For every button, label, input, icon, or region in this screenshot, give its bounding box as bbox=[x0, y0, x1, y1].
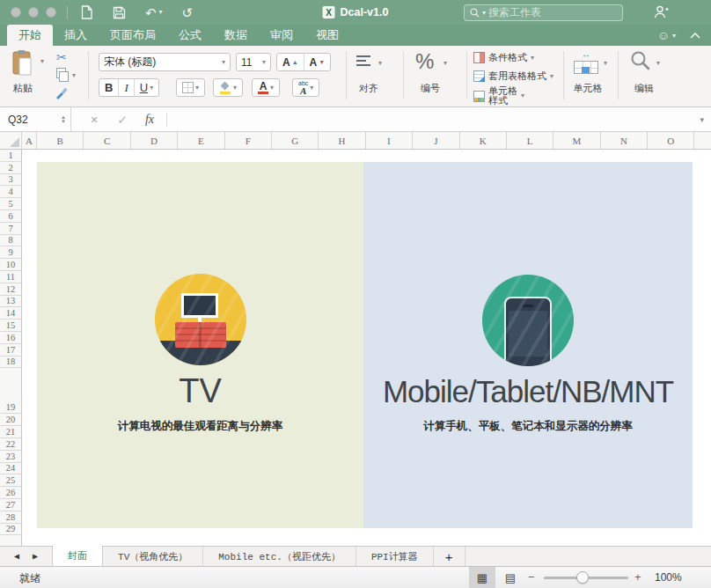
row-header[interactable]: 12 bbox=[0, 283, 21, 296]
align-caret-icon[interactable]: ▾ bbox=[378, 60, 382, 67]
row-header[interactable]: 28 bbox=[0, 511, 21, 524]
next-sheet-button[interactable]: ▶ bbox=[33, 551, 38, 562]
column-header[interactable]: G bbox=[272, 132, 319, 149]
copy-button[interactable] bbox=[56, 68, 68, 80]
font-color-button[interactable]: A▾ bbox=[252, 78, 280, 97]
cells-caret-icon[interactable]: ▾ bbox=[604, 60, 607, 67]
column-header[interactable]: N bbox=[601, 132, 648, 149]
font-name-select[interactable]: 宋体 (标题) ▾ bbox=[99, 53, 231, 71]
save-button[interactable] bbox=[113, 6, 126, 19]
column-header[interactable]: H bbox=[319, 132, 365, 149]
align-button[interactable] bbox=[356, 55, 370, 66]
row-header[interactable]: 4 bbox=[0, 186, 21, 198]
column-header[interactable]: A bbox=[22, 132, 37, 149]
column-header[interactable]: K bbox=[460, 132, 507, 149]
row-header[interactable]: 27 bbox=[0, 499, 21, 511]
paste-caret-icon[interactable]: ▾ bbox=[40, 58, 44, 65]
row-header[interactable]: 29 bbox=[0, 524, 21, 536]
number-caret-icon[interactable]: ▾ bbox=[443, 60, 447, 67]
column-header[interactable]: O bbox=[648, 132, 694, 149]
row-header[interactable]: 5 bbox=[0, 198, 21, 210]
edit-button[interactable] bbox=[630, 50, 651, 71]
page-layout-view-button[interactable]: ▤ bbox=[498, 567, 523, 588]
select-all-corner[interactable] bbox=[0, 132, 22, 149]
sheet-tab[interactable]: Mobile etc.（视距优先） bbox=[203, 547, 356, 566]
copy-caret-icon[interactable]: ▾ bbox=[72, 72, 76, 79]
row-header[interactable]: 22 bbox=[0, 438, 21, 451]
row-header[interactable]: 1 bbox=[0, 150, 21, 162]
conditional-format-button[interactable]: 条件格式 ▾ bbox=[473, 51, 534, 64]
column-header[interactable]: D bbox=[131, 132, 178, 149]
paste-button[interactable] bbox=[11, 49, 35, 77]
number-format-button[interactable]: % bbox=[415, 49, 434, 74]
row-header[interactable]: 16 bbox=[0, 332, 21, 344]
row-header[interactable]: 13 bbox=[0, 296, 21, 308]
column-header[interactable]: I bbox=[366, 132, 413, 149]
prev-sheet-button[interactable]: ◀ bbox=[14, 551, 19, 562]
search-scope-caret-icon[interactable]: ▾ bbox=[482, 9, 486, 17]
row-header[interactable]: 15 bbox=[0, 320, 21, 332]
share-button[interactable] bbox=[654, 5, 669, 18]
ribbon-tab[interactable]: 审阅 bbox=[259, 25, 304, 46]
ribbon-tab[interactable]: 公式 bbox=[167, 25, 213, 46]
column-header[interactable]: F bbox=[225, 132, 272, 149]
feedback-button[interactable]: ☺ ▾ bbox=[657, 28, 676, 42]
bold-button[interactable]: B bbox=[99, 79, 119, 96]
name-box[interactable]: Q32 ▲ ▼ bbox=[0, 107, 70, 131]
font-size-select[interactable]: 11 ▾ bbox=[236, 53, 271, 71]
format-as-table-button[interactable]: 套用表格格式 ▾ bbox=[473, 70, 553, 83]
format-painter-button[interactable] bbox=[55, 86, 69, 100]
underline-button[interactable]: U▾ bbox=[135, 79, 158, 96]
name-box-spinner[interactable]: ▲ ▼ bbox=[61, 115, 66, 124]
row-header[interactable]: 24 bbox=[0, 463, 21, 475]
row-header[interactable]: 8 bbox=[0, 235, 21, 247]
column-header[interactable]: C bbox=[84, 132, 130, 149]
normal-view-button[interactable]: ▦ bbox=[469, 567, 495, 588]
sheet-tab[interactable]: TV（视角优先） bbox=[103, 547, 203, 566]
column-header[interactable]: M bbox=[553, 132, 600, 149]
zoom-out-button[interactable]: − bbox=[528, 570, 535, 584]
insert-function-button[interactable]: fx bbox=[145, 113, 154, 127]
borders-button[interactable]: ▾ bbox=[176, 78, 205, 97]
undo-caret-icon[interactable]: ▾ bbox=[159, 9, 163, 16]
column-header[interactable]: J bbox=[413, 132, 459, 149]
collapse-ribbon-button[interactable] bbox=[690, 33, 700, 39]
add-sheet-button[interactable]: + bbox=[434, 547, 465, 566]
formula-bar-caret-icon[interactable]: ▾ bbox=[700, 115, 704, 124]
cut-button[interactable]: ✂ bbox=[56, 51, 67, 63]
row-header[interactable]: 21 bbox=[0, 426, 21, 438]
sheet-tab[interactable]: 封面 bbox=[52, 546, 103, 566]
fill-color-button[interactable]: ▾ bbox=[213, 78, 243, 97]
cells-area[interactable]: TV 计算电视的最佳观看距离与分辨率 Mobile/Tablet/NB/MNT … bbox=[22, 150, 711, 546]
row-header[interactable]: 26 bbox=[0, 487, 21, 499]
row-header[interactable]: 9 bbox=[0, 246, 21, 259]
zoom-slider-thumb[interactable] bbox=[576, 571, 589, 584]
ribbon-tab[interactable]: 视图 bbox=[304, 25, 350, 46]
column-header[interactable]: B bbox=[37, 132, 84, 149]
ribbon-tab[interactable]: 数据 bbox=[213, 25, 259, 46]
minimize-window-button[interactable] bbox=[28, 7, 39, 18]
ribbon-tab[interactable]: 插入 bbox=[53, 25, 99, 46]
confirm-entry-button[interactable]: ✓ bbox=[117, 113, 128, 127]
zoom-window-button[interactable] bbox=[46, 7, 56, 18]
search-input[interactable]: ▾ 搜索工作表 bbox=[464, 4, 623, 21]
row-header[interactable]: 3 bbox=[0, 174, 21, 187]
row-header[interactable]: 23 bbox=[0, 451, 21, 463]
row-header[interactable]: 2 bbox=[0, 162, 21, 174]
redo-button[interactable]: ↺ bbox=[182, 6, 194, 19]
row-header[interactable]: 11 bbox=[0, 271, 21, 283]
edit-caret-icon[interactable]: ▾ bbox=[656, 60, 660, 67]
sheet-tab[interactable]: PPI计算器 bbox=[356, 547, 434, 566]
ribbon-tab[interactable]: 页面布局 bbox=[99, 25, 167, 46]
row-header[interactable]: 19 bbox=[0, 368, 21, 414]
italic-button[interactable]: I bbox=[119, 79, 134, 96]
column-header[interactable]: E bbox=[178, 132, 224, 149]
text-effects-button[interactable]: abcA▾ bbox=[292, 78, 319, 97]
zoom-in-button[interactable]: + bbox=[634, 570, 641, 584]
row-header[interactable]: 7 bbox=[0, 223, 21, 235]
ribbon-tab[interactable]: 开始 bbox=[7, 25, 53, 46]
shrink-font-button[interactable]: A▼ bbox=[304, 54, 331, 70]
row-header[interactable]: 17 bbox=[0, 344, 21, 356]
new-workbook-button[interactable] bbox=[80, 5, 93, 19]
cancel-entry-button[interactable]: × bbox=[91, 113, 98, 127]
